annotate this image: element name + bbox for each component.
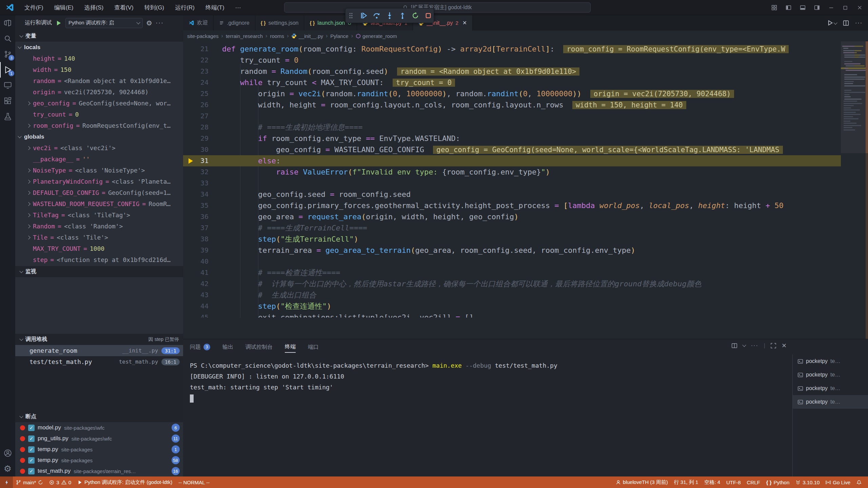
variable-row[interactable]: TileTag=<class 'TileTag'>	[15, 209, 183, 221]
debug-config-dropdown[interactable]: Python 调试程序: 启	[65, 18, 143, 28]
variable-row[interactable]: PlanetaryWindConfig=<class 'Planeta…	[15, 176, 183, 187]
callstack-frame[interactable]: generate_room__init__.py31:1	[15, 345, 183, 356]
maximize-panel-icon[interactable]	[771, 343, 776, 348]
menu-item-8[interactable]: ···	[230, 0, 246, 15]
editor-line[interactable]: 41 # ====检查连通性====	[183, 267, 841, 278]
eol[interactable]: CRLF	[744, 476, 763, 488]
overview-ruler[interactable]	[866, 41, 868, 339]
toggle-sidebar-icon[interactable]	[783, 2, 794, 14]
breakpoints-section-header[interactable]: 断点	[15, 411, 183, 422]
terminal-list-item[interactable]: pocketpyte…	[793, 382, 868, 395]
customize-layout-icon[interactable]	[768, 2, 780, 14]
breakpoint-checkbox[interactable]: ✓	[28, 425, 35, 431]
variable-row[interactable]: WASTELAND_ROOM_REQUEST_CONFIG=RoomR…	[15, 198, 183, 209]
more-actions-icon[interactable]: ···	[855, 20, 863, 26]
editor-line[interactable]: 28 # ====生成初始地理信息====	[183, 122, 841, 133]
indentation[interactable]: 空格: 4	[701, 476, 723, 488]
callstack-frame[interactable]: test/test_math.pytest_math.py16:1	[15, 356, 183, 367]
variable-row[interactable]: width=150	[15, 64, 183, 75]
terminal-output[interactable]: PS C:\computer_science\godot-ldtk\site-p…	[190, 360, 787, 403]
close-panel-icon[interactable]: ✕	[782, 342, 787, 349]
panel-tab-问题[interactable]: 问题3	[190, 341, 210, 353]
editor-line[interactable]: 29 if room_config.env_type == EnvType.WA…	[183, 133, 841, 144]
breadcrumb[interactable]: site-packages›terrain_research›rooms›__i…	[183, 30, 868, 41]
panel-more-actions-icon[interactable]: ···	[751, 343, 758, 349]
explorer-icon[interactable]	[0, 15, 15, 31]
code-editor[interactable]: 2021def generate_room(room_config: RoomR…	[183, 41, 841, 318]
account-icon[interactable]	[0, 445, 15, 461]
editor-line[interactable]: 25 origin = vec2i(random.randint(0, 1000…	[183, 88, 841, 99]
command-center-search[interactable]: [扩展开发宿主] godot-ldtk	[284, 2, 591, 13]
editor-line[interactable]: 30 geo_config = WASTELAND_GEO_CONFIGgeo_…	[183, 144, 841, 155]
breadcrumb-item[interactable]: rooms	[270, 33, 284, 39]
variable-row[interactable]: height=140	[15, 53, 183, 64]
menu-item-3[interactable]: 选择(S)	[79, 0, 109, 15]
source-control-icon[interactable]: 3	[0, 46, 15, 62]
minimap[interactable]	[841, 41, 866, 339]
search-icon[interactable]	[0, 31, 15, 46]
callstack-section-header[interactable]: 调用堆栈 因 step 已暂停	[15, 334, 183, 345]
toggle-panel-icon[interactable]	[797, 2, 808, 14]
python-version[interactable]: 3.10.10	[792, 476, 823, 488]
panel-tab-调试控制台[interactable]: 调试控制台	[245, 341, 273, 353]
editor-line[interactable]: 42 # 计算每一个出口的中心，然后使用astar生成路径，确保每一个出口组合都…	[183, 278, 841, 289]
debug-step-into-button[interactable]	[384, 10, 395, 21]
minimize-icon[interactable]	[825, 2, 837, 14]
tab-欢迎[interactable]: 欢迎	[183, 15, 214, 30]
editor-line[interactable]: 24 while try_count < MAX_TRY_COUNT:try_c…	[183, 77, 841, 88]
variable-row[interactable]: Random=<class 'Random'>	[15, 221, 183, 232]
terminal-list-item[interactable]: pocketpyte…	[793, 368, 868, 382]
terminal-list-item[interactable]: pocketpyte…	[793, 354, 868, 368]
editor-line[interactable]: 35 geo_config.primary_forces.geothermal_…	[183, 200, 841, 211]
editor-line[interactable]: 38 step("生成TerrainCell")	[183, 233, 841, 245]
testing-icon[interactable]	[0, 109, 15, 124]
editor-line[interactable]: 23 random = Random(room_config.seed)rand…	[183, 66, 841, 77]
tab-settings.json[interactable]: { }settings.json	[255, 15, 304, 30]
editor-line[interactable]: 39 terrain_area = geo_area_to_terrain(ge…	[183, 245, 841, 256]
panel-tab-输出[interactable]: 输出	[222, 341, 233, 353]
variable-row[interactable]: random=<Random object at 0x1bf9d01e…	[15, 75, 183, 86]
terminal-list-item[interactable]: pocketpyte…	[793, 395, 868, 409]
extensions-icon[interactable]	[0, 93, 15, 109]
breakpoint-checkbox[interactable]: ✓	[28, 446, 35, 453]
breakpoint-row[interactable]: ✓model.pysite-packages\wfc6	[15, 422, 183, 433]
git-branch[interactable]: main*	[13, 476, 46, 488]
variable-row[interactable]: origin=vec2i(7205730, 9024468)	[15, 86, 183, 98]
variable-row[interactable]: NoiseType=<class 'NoiseType'>	[15, 165, 183, 176]
menu-item-1[interactable]: 文件(F)	[19, 0, 49, 15]
problems[interactable]: 30	[46, 476, 74, 488]
breakpoint-row[interactable]: ✓temp.pysite-packages1	[15, 444, 183, 455]
debug-restart-button[interactable]	[410, 10, 421, 21]
breakpoint-row[interactable]: ✓png_utils.pysite-packages\wfc11	[15, 433, 183, 444]
editor-line[interactable]: 40	[183, 256, 841, 267]
variable-row[interactable]: room_config=RoomRequestConfig(env_t…	[15, 120, 183, 131]
editor-line[interactable]: 37 # ====生成TerrainCell====	[183, 222, 841, 233]
debug-stop-button[interactable]	[423, 10, 434, 21]
close-icon[interactable]: ✕	[462, 20, 467, 26]
panel-tab-端口[interactable]: 端口	[308, 341, 319, 353]
editor-line[interactable]: 31 else:	[183, 155, 841, 166]
breadcrumb-item[interactable]: terrain_research	[226, 33, 263, 39]
menu-item-2[interactable]: 编辑(E)	[49, 0, 79, 15]
debug-settings-gear-icon[interactable]: ⚙	[146, 19, 152, 27]
variable-row[interactable]: DEFAULT_GEO_CONFIG=GeoConfig(seed=1…	[15, 187, 183, 198]
breadcrumb-item[interactable]: site-packages	[187, 33, 219, 39]
editor-line[interactable]: 21def generate_room(room_config: RoomReq…	[183, 43, 841, 55]
encoding[interactable]: UTF-8	[723, 476, 744, 488]
editor-line[interactable]: 45 exit_combinations:list[tuple[vec2i, v…	[183, 312, 841, 318]
breadcrumb-item[interactable]: __init__.py	[291, 33, 323, 39]
breakpoint-checkbox[interactable]: ✓	[28, 435, 35, 442]
breakpoint-checkbox[interactable]: ✓	[28, 457, 35, 464]
variable-row[interactable]: try_count=0	[15, 109, 183, 120]
notifications[interactable]	[853, 476, 865, 488]
settings-gear-icon[interactable]: ⚙	[0, 461, 15, 476]
remote-explorer-icon[interactable]	[0, 78, 15, 93]
split-terminal-icon[interactable]	[731, 343, 737, 349]
language-mode[interactable]: { }Python	[763, 476, 793, 488]
editor-line[interactable]: 26 width, height = room_config.layout.n_…	[183, 99, 841, 110]
git-blame[interactable]: blueloveTH (3 周前)	[613, 476, 671, 488]
variable-row[interactable]: Tile=<class 'Tile'>	[15, 232, 183, 243]
toggle-secondary-sidebar-icon[interactable]	[811, 2, 823, 14]
debug-session[interactable]: Python 调试程序: 启动文件 (godot-ldtk)	[74, 476, 175, 488]
breakpoint-row[interactable]: ✓test_math.pysite-packages\terrain_res…1…	[15, 466, 183, 476]
